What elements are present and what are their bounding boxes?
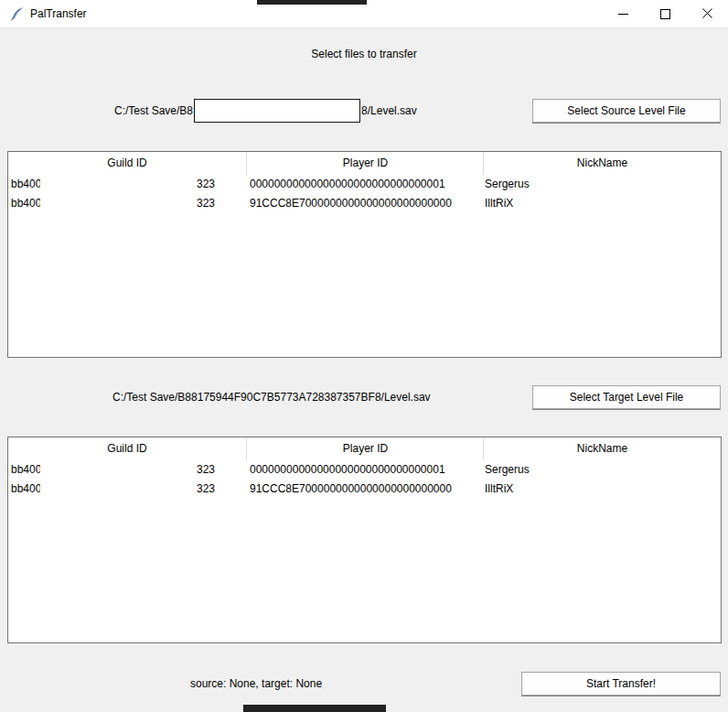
instruction-label: Select files to transfer (0, 48, 728, 60)
player-id-cell: 00000000000000000000000000000001 (250, 175, 445, 194)
paltransfer-window: PalTransfer Select files to transfer C:/… (0, 0, 728, 712)
table-row[interactable]: bb400 323 91CCC8E70000000000000000000000… (8, 194, 721, 213)
target-table-header: Guild ID Player ID NickName (8, 437, 721, 460)
guild-id-cell: 323 (165, 480, 215, 499)
close-button[interactable] (686, 0, 728, 27)
nickname-cell: Sergerus (485, 460, 530, 480)
minimize-button[interactable] (602, 0, 644, 27)
start-transfer-button[interactable]: Start Transfer! (521, 672, 721, 696)
source-path-suffix: 8/Level.sav (361, 104, 417, 117)
select-target-button[interactable]: Select Target Level File (532, 385, 721, 409)
source-player-table: Guild ID Player ID NickName bb400 323 00… (7, 151, 722, 358)
guild-label-cell: bb400 (11, 194, 40, 213)
target-player-table: Guild ID Player ID NickName bb400 323 00… (7, 437, 722, 643)
table-row[interactable]: bb400 323 91CCC8E70000000000000000000000… (8, 480, 721, 499)
table-row[interactable]: bb400 323 000000000000000000000000000000… (8, 175, 721, 194)
status-label: source: None, target: None (190, 677, 322, 690)
column-header-guild-id: Guild ID (8, 437, 246, 460)
redaction-box (194, 99, 360, 123)
table-row[interactable]: bb400 323 000000000000000000000000000000… (8, 460, 721, 480)
source-path-label: C:/Test Save/B8 8/Level.sav (114, 99, 417, 123)
column-header-player-id: Player ID (246, 152, 484, 175)
background-window-sliver-top (257, 0, 367, 5)
source-table-header: Guild ID Player ID NickName (8, 152, 721, 175)
source-path-prefix: C:/Test Save/B8 (114, 104, 193, 117)
column-header-player-id: Player ID (246, 437, 484, 460)
column-header-nickname: NickName (483, 437, 721, 460)
python-feather-icon (10, 6, 25, 21)
maximize-icon (660, 9, 670, 19)
select-source-button[interactable]: Select Source Level File (532, 99, 721, 123)
guild-label-cell: bb400 (11, 460, 40, 480)
player-id-cell: 91CCC8E7000000000000000000000000 (250, 194, 452, 213)
nickname-cell: IlltRiX (485, 480, 513, 499)
background-window-sliver-bottom (243, 705, 386, 712)
column-header-nickname: NickName (483, 152, 721, 175)
maximize-button[interactable] (644, 0, 686, 27)
window-controls (602, 0, 728, 27)
minimize-icon (618, 14, 628, 15)
guild-id-cell: 323 (165, 175, 215, 194)
guild-id-cell: 323 (165, 194, 215, 213)
window-title: PalTransfer (30, 7, 87, 20)
guild-id-cell: 323 (165, 460, 215, 480)
guild-label-cell: bb400 (11, 480, 40, 499)
player-id-cell: 00000000000000000000000000000001 (250, 460, 445, 480)
close-icon (702, 7, 712, 21)
column-header-guild-id: Guild ID (8, 152, 246, 175)
target-path-label: C:/Test Save/B88175944F90C7B5773A7283873… (112, 391, 431, 404)
nickname-cell: IlltRiX (485, 194, 513, 213)
guild-label-cell: bb400 (11, 175, 40, 194)
player-id-cell: 91CCC8E7000000000000000000000000 (250, 480, 452, 499)
nickname-cell: Sergerus (485, 175, 530, 194)
